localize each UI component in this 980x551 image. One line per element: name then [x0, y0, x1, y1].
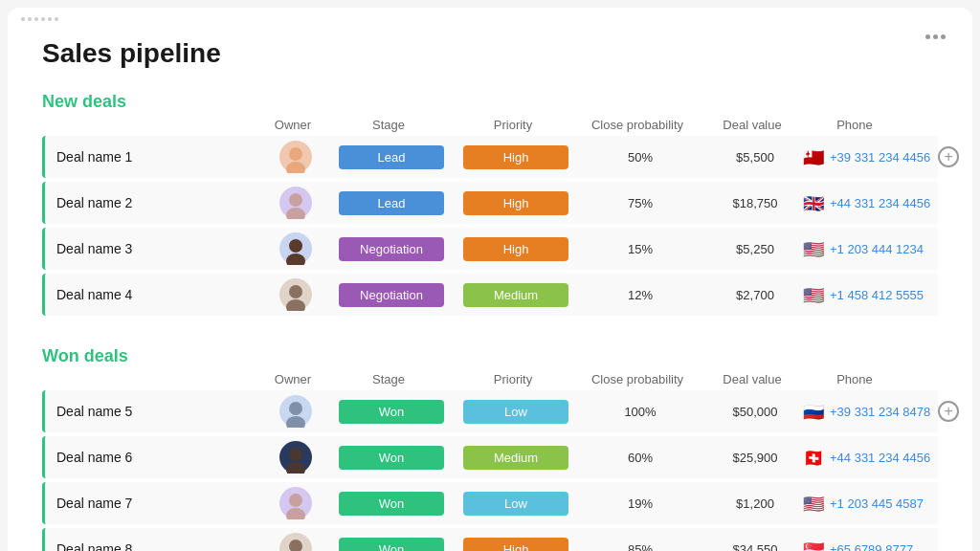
table-row: Deal name 3 Negotiation High 15% $5,250 …: [42, 228, 938, 270]
stage-badge: Won: [339, 492, 444, 516]
stage-badge: Won: [339, 400, 444, 424]
probability-cell: 75%: [573, 196, 707, 210]
flag-icon: 🇨🇭: [803, 450, 824, 465]
deal-name: Deal name 8: [56, 532, 267, 551]
priority-cell: High: [458, 237, 573, 261]
won-deals-table: Deal name 5 Won Low 100% $50,000 🇷🇺 +39 …: [42, 390, 938, 551]
deal-name: Deal name 7: [56, 486, 267, 520]
phone-number[interactable]: +1 203 444 1234: [830, 242, 924, 256]
stage-badge: Lead: [339, 145, 444, 169]
table-row: Deal name 2 Lead High 75% $18,750 🇬🇧 +44…: [42, 182, 938, 224]
col-value-w: Deal value: [704, 372, 800, 386]
phone-cell: 🇺🇸 +1 203 445 4587: [803, 496, 924, 511]
phone-cell: 🇬🇧 +44 331 234 4456: [803, 195, 930, 210]
priority-cell: High: [458, 191, 573, 215]
owner-cell: [267, 441, 324, 474]
priority-cell: Low: [458, 492, 573, 516]
value-cell: $34,550: [707, 542, 803, 552]
stage-badge: Negotiation: [339, 283, 444, 307]
owner-cell: [267, 187, 324, 219]
flag-icon: 🇹🇴: [803, 149, 824, 165]
col-owner-w: Owner: [264, 372, 322, 386]
phone-number[interactable]: +39 331 234 4456: [830, 150, 930, 165]
phone-cell: 🇹🇴 +39 331 234 4456: [803, 149, 930, 165]
owner-cell: [267, 395, 324, 428]
col-owner: Owner: [264, 118, 322, 132]
value-cell: $25,900: [707, 451, 803, 465]
add-deal-button[interactable]: +: [938, 401, 959, 422]
priority-badge: Low: [463, 492, 568, 516]
stage-badge: Won: [339, 446, 444, 470]
priority-badge: High: [463, 145, 568, 169]
phone-cell: 🇺🇸 +1 203 444 1234: [803, 241, 924, 256]
col-name-w: [54, 372, 264, 386]
col-priority-w: Priority: [456, 372, 570, 386]
col-name: [54, 118, 264, 132]
page-title: Sales pipeline: [42, 38, 938, 69]
priority-badge: Low: [463, 400, 568, 424]
stage-badge: Lead: [339, 191, 444, 215]
phone-number[interactable]: +39 331 234 8478: [830, 405, 930, 419]
stage-cell: Negotiation: [324, 237, 458, 261]
svg-point-7: [289, 239, 302, 253]
owner-cell: [267, 278, 324, 311]
probability-cell: 85%: [573, 542, 707, 552]
value-cell: $5,250: [707, 242, 803, 256]
phone-cell: 🇷🇺 +39 331 234 8478: [803, 404, 930, 419]
new-deals-section: New deals Owner Stage Priority Close pro…: [42, 92, 938, 316]
new-deals-title: New deals: [42, 92, 126, 112]
value-cell: $2,700: [707, 288, 803, 302]
value-cell: $50,000: [707, 405, 803, 419]
col-stage-w: Stage: [322, 372, 456, 386]
stage-badge: Negotiation: [339, 237, 444, 261]
priority-badge: Medium: [463, 283, 568, 307]
new-deals-table: Deal name 1 Lead High 50% $5,500 🇹🇴 +39 …: [42, 136, 938, 316]
stage-badge: Won: [339, 538, 444, 552]
priority-badge: High: [463, 237, 568, 261]
svg-point-1: [289, 147, 302, 161]
priority-cell: Low: [458, 400, 573, 424]
svg-point-10: [289, 285, 302, 298]
value-cell: $5,500: [707, 150, 803, 165]
won-deals-section: Won deals Owner Stage Priority Close pro…: [42, 346, 938, 551]
phone-number[interactable]: +65 6789 8777: [830, 542, 913, 552]
phone-number[interactable]: +1 203 445 4587: [830, 496, 924, 511]
flag-icon: 🇸🇬: [803, 541, 824, 551]
drag-handle: [21, 17, 58, 21]
svg-point-4: [289, 193, 302, 207]
phone-number[interactable]: +1 458 412 5555: [830, 288, 924, 302]
svg-point-16: [289, 448, 302, 461]
table-row: Deal name 5 Won Low 100% $50,000 🇷🇺 +39 …: [42, 390, 938, 432]
col-add-w: [909, 372, 938, 386]
col-stage: Stage: [322, 118, 456, 132]
table-row: Deal name 1 Lead High 50% $5,500 🇹🇴 +39 …: [42, 136, 938, 178]
stage-cell: Negotiation: [324, 283, 458, 307]
add-deal-button[interactable]: +: [938, 146, 959, 167]
col-value: Deal value: [704, 118, 800, 132]
stage-cell: Won: [324, 400, 458, 424]
col-phone-w: Phone: [800, 372, 909, 386]
deal-name: Deal name 6: [56, 440, 267, 474]
priority-cell: Medium: [458, 283, 573, 307]
value-cell: $18,750: [707, 196, 803, 210]
probability-cell: 50%: [573, 150, 707, 165]
phone-cell: 🇺🇸 +1 458 412 5555: [803, 287, 924, 302]
priority-badge: High: [463, 538, 568, 552]
phone-number[interactable]: +44 331 234 4456: [830, 196, 930, 210]
col-priority: Priority: [456, 118, 570, 132]
owner-cell: [267, 533, 324, 551]
svg-point-13: [289, 402, 302, 415]
col-add: [909, 118, 938, 132]
flag-icon: 🇬🇧: [803, 195, 824, 210]
table-row: Deal name 4 Negotiation Medium 12% $2,70…: [42, 274, 938, 316]
phone-cell: 🇨🇭 +44 331 234 4456: [803, 450, 930, 465]
priority-badge: Medium: [463, 446, 568, 470]
phone-number[interactable]: +44 331 234 4456: [830, 451, 930, 465]
stage-cell: Won: [324, 446, 458, 470]
table-row: Deal name 7 Won Low 19% $1,200 🇺🇸 +1 203…: [42, 482, 938, 524]
priority-cell: Medium: [458, 446, 573, 470]
probability-cell: 15%: [573, 242, 707, 256]
more-menu-button[interactable]: [925, 34, 946, 39]
flag-icon: 🇺🇸: [803, 496, 824, 511]
owner-cell: [267, 141, 324, 173]
